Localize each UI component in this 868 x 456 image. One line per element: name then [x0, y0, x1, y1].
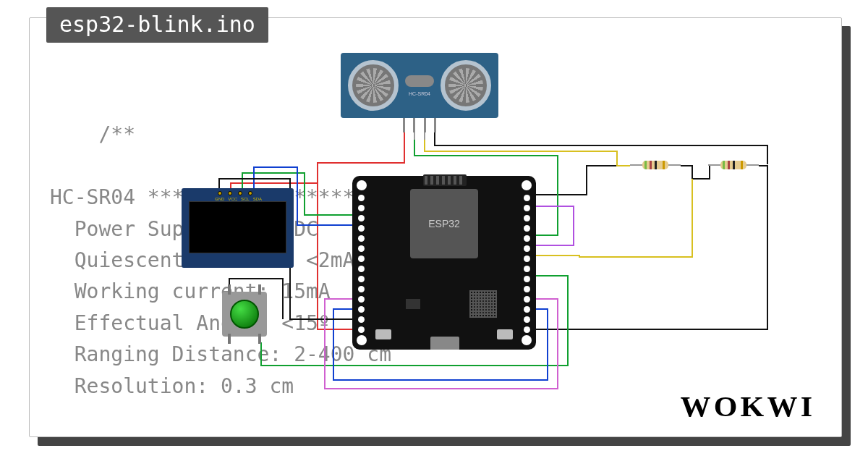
antenna-icon	[423, 174, 467, 186]
esp32-pinrow-right	[524, 195, 530, 343]
resistor-body-icon	[720, 161, 746, 169]
circuit-canvas[interactable]: HC-SR04 GND VCC SCL SDA	[30, 18, 841, 436]
hcsr04-pins	[403, 118, 436, 132]
esp32-boot-button[interactable]	[375, 329, 391, 339]
oled-display[interactable]: GND VCC SCL SDA	[182, 188, 294, 268]
esp32-en-button[interactable]	[497, 329, 513, 339]
chip-icon	[472, 293, 494, 315]
hcsr04-sensor[interactable]: HC-SR04	[341, 53, 498, 118]
esp32-board[interactable]: ESP32	[352, 176, 536, 350]
micro-usb-icon	[430, 337, 459, 350]
ultrasonic-receiver-icon	[441, 60, 491, 111]
wokwi-logo: WOKWI	[681, 389, 816, 423]
button-cap-icon	[230, 300, 259, 329]
file-title-tab: esp32-blink.ino	[46, 7, 268, 43]
project-card: /** HC-SR04 ****************************…	[29, 17, 842, 437]
resistor-body-icon	[642, 161, 668, 169]
hcsr04-label: HC-SR04	[409, 91, 430, 96]
esp32-pinrow-left	[358, 195, 365, 343]
esp32-shield: ESP32	[410, 189, 478, 258]
regulator-icon	[406, 299, 420, 309]
pushbutton[interactable]	[222, 292, 267, 337]
crystal-icon	[405, 75, 434, 87]
resistor-2[interactable]	[708, 160, 759, 170]
oled-pin-labels: GND VCC SCL SDA	[215, 197, 262, 201]
oled-screen	[189, 201, 286, 253]
resistor-1[interactable]	[630, 160, 681, 170]
ultrasonic-transmitter-icon	[348, 60, 399, 111]
